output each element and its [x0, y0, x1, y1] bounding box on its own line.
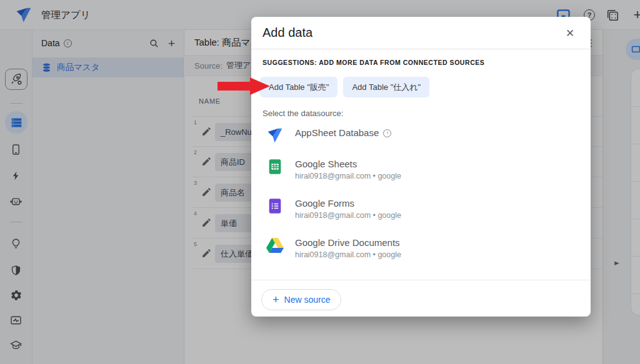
datasource-appsheet-database[interactable]: AppSheet Database i	[266, 127, 391, 144]
new-source-button[interactable]: + New source	[261, 289, 341, 310]
datasource-title: Google Sheets	[295, 158, 401, 170]
datasource-google-drive[interactable]: Google Drive Documents hirai0918@gmail.c…	[266, 237, 401, 261]
datasource-title: AppSheet Database i	[295, 127, 391, 139]
datasource-subtitle: hirai0918@gmail.com • google	[295, 249, 401, 261]
plus-icon: +	[272, 294, 279, 305]
add-table-hanbai-button[interactable]: Add Table "販売"	[260, 77, 338, 97]
add-data-modal: Add data ✕ SUGGESTIONS: ADD MORE DATA FR…	[251, 17, 591, 317]
datasource-google-sheets[interactable]: Google Sheets hirai0918@gmail.com • goog…	[266, 158, 401, 182]
add-table-shiire-button[interactable]: Add Table "仕入れ"	[343, 77, 429, 97]
datasource-title: Google Drive Documents	[295, 237, 401, 249]
google-drive-icon	[266, 237, 284, 254]
datasource-title: Google Forms	[295, 197, 401, 210]
modal-footer-divider	[251, 280, 591, 280]
appsheet-logo-icon	[266, 127, 284, 144]
select-datasource-label: Select the datasource:	[262, 109, 343, 118]
suggestions-label: SUGGESTIONS: ADD MORE DATA FROM CONNECTE…	[262, 59, 484, 66]
new-source-label: New source	[284, 295, 331, 305]
datasource-google-forms[interactable]: Google Forms hirai0918@gmail.com • googl…	[266, 197, 401, 222]
google-sheets-icon	[266, 158, 284, 175]
suggestion-buttons: Add Table "販売" Add Table "仕入れ"	[260, 77, 429, 97]
red-arrow-annotation	[218, 76, 271, 97]
modal-title: Add data	[262, 26, 312, 40]
info-icon[interactable]: i	[383, 129, 391, 137]
modal-header: Add data ✕	[251, 17, 591, 49]
datasource-subtitle: hirai0918@gmail.com • google	[295, 210, 401, 222]
appsheet-editor-screen: 管理アプリ ? +	[0, 0, 640, 364]
datasource-subtitle: hirai0918@gmail.com • google	[295, 170, 401, 182]
google-forms-icon	[266, 197, 284, 215]
close-icon[interactable]: ✕	[563, 26, 577, 40]
